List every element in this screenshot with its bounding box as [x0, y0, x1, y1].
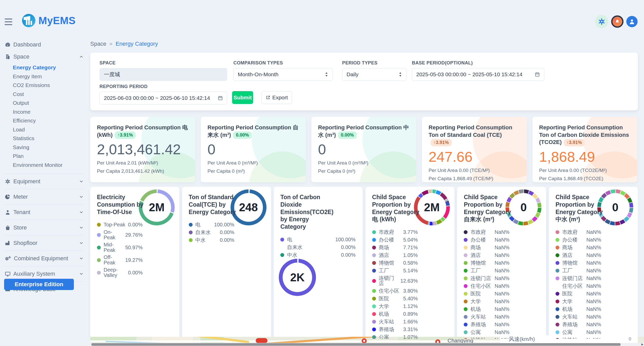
- legend-item[interactable]: 博物馆NaN%: [556, 260, 601, 266]
- sidebar-item-income[interactable]: Income: [0, 108, 90, 117]
- sidebar-item-space[interactable]: Space: [0, 51, 90, 63]
- legend-item[interactable]: 医院5.40%: [372, 296, 418, 302]
- legend-item[interactable]: 机场NaN%: [464, 306, 509, 312]
- legend-item[interactable]: 大学1.12%: [372, 303, 418, 309]
- legend-dot: [189, 230, 193, 234]
- legend-item[interactable]: 市政府NaN%: [464, 229, 509, 235]
- app-root: MyEMS Dashboard: [0, 0, 644, 346]
- legend-item[interactable]: 博物馆NaN%: [464, 260, 509, 266]
- sidebar-item-saving[interactable]: Saving: [0, 143, 90, 152]
- legend-item[interactable]: 机场0.89%: [372, 311, 418, 317]
- sidebar-item-tenant[interactable]: Tenant: [0, 206, 90, 218]
- legend-item[interactable]: 医院NaN%: [464, 291, 509, 297]
- legend-item[interactable]: On-Peak29.76%: [97, 229, 143, 240]
- legend-item[interactable]: 电100.00%: [280, 237, 355, 243]
- legend-item[interactable]: 中水0.00%: [189, 237, 234, 243]
- legend-item[interactable]: 博物馆0.58%: [372, 260, 418, 266]
- sidebar-item-environment-monitor[interactable]: Environment Monitor: [0, 161, 90, 170]
- sidebar-item-cost[interactable]: Cost: [0, 90, 90, 99]
- legend-item[interactable]: 工厂NaN%: [556, 268, 601, 274]
- legend-item[interactable]: 办公楼NaN%: [464, 237, 509, 243]
- sidebar-item-energy-category[interactable]: Energy Category: [0, 63, 90, 72]
- legend-item[interactable]: 自来水0.00%: [280, 244, 355, 250]
- legend-item[interactable]: 公寓NaN%: [556, 329, 601, 335]
- legend-item[interactable]: 火车站NaN%: [556, 314, 601, 320]
- sidebar-item-co2-emissions[interactable]: CO2 Emissions: [0, 81, 90, 90]
- brand-logo[interactable]: MyEMS: [22, 14, 76, 27]
- legend-item[interactable]: 连锁门店NaN%: [556, 275, 601, 281]
- legend-item[interactable]: 办公楼NaN%: [556, 237, 601, 243]
- breadcrumb-energy-category[interactable]: Energy Category: [116, 41, 158, 47]
- legend-item[interactable]: Off-Peak19.27%: [97, 255, 143, 265]
- legend-item[interactable]: 医院NaN%: [556, 291, 601, 297]
- legend-item[interactable]: 商场NaN%: [464, 245, 509, 251]
- sidebar-item-auxiliary-system[interactable]: Auxiliary System: [0, 268, 90, 280]
- sidebar-item-output[interactable]: Output: [0, 99, 90, 108]
- legend-item[interactable]: 大学NaN%: [464, 299, 509, 304]
- legend-item[interactable]: 住宅小区NaN%: [464, 283, 509, 289]
- base-period-input[interactable]: 2025-05-03 00:00:00 ~ 2025-05-10 15:42:1…: [412, 68, 544, 81]
- notifications-bell-icon[interactable]: [611, 15, 623, 28]
- horizontal-scrollbar[interactable]: ▶: [90, 343, 644, 346]
- settings-gear-icon[interactable]: [595, 15, 608, 28]
- legend-item[interactable]: 养殖场3.31%: [372, 326, 418, 332]
- legend-item[interactable]: 办公楼5.04%: [372, 237, 418, 243]
- sidebar-item-store[interactable]: Store: [0, 222, 90, 234]
- legend-item[interactable]: Top-Peak0.00%: [97, 222, 143, 228]
- legend-item[interactable]: 酒店NaN%: [464, 252, 509, 258]
- submit-button[interactable]: Submit: [232, 91, 253, 104]
- legend-item[interactable]: 商场7.71%: [372, 245, 418, 251]
- legend-label: 火车站: [470, 314, 486, 320]
- legend-item[interactable]: 养殖场NaN%: [464, 322, 509, 328]
- legend-item[interactable]: 公寓NaN%: [464, 329, 509, 335]
- scrollbar-thumb[interactable]: [91, 343, 621, 346]
- legend-item[interactable]: 大学NaN%: [556, 299, 601, 304]
- legend-item[interactable]: 火车站NaN%: [464, 314, 509, 320]
- sidebar-item-shopfloor[interactable]: Shopfloor: [0, 237, 90, 249]
- legend-item[interactable]: Deep-Valley0.00%: [97, 267, 143, 278]
- sidebar-item-load[interactable]: Load: [0, 125, 90, 134]
- legend-item[interactable]: Mid-Peak50.97%: [97, 242, 143, 253]
- legend-item[interactable]: 养殖场NaN%: [556, 322, 601, 328]
- legend-item[interactable]: 酒店NaN%: [556, 252, 601, 258]
- legend-item[interactable]: 酒店1.05%: [372, 252, 418, 258]
- export-button[interactable]: Export: [262, 91, 292, 104]
- comparison-types-select[interactable]: Month-On-Month: [233, 68, 333, 81]
- legend-item[interactable]: 地铁站NaN%: [464, 337, 509, 339]
- sidebar-item-dashboard[interactable]: Dashboard: [0, 39, 90, 51]
- legend-item[interactable]: 工厂NaN%: [464, 268, 509, 274]
- space-input[interactable]: [100, 68, 227, 81]
- legend-item[interactable]: 市政府NaN%: [556, 229, 601, 235]
- sidebar-item-efficiency[interactable]: Efficiency: [0, 116, 90, 125]
- sidebar-item-meter[interactable]: Meter: [0, 191, 90, 203]
- period-types-select[interactable]: Daily: [342, 68, 407, 81]
- legend-item[interactable]: 连锁门店NaN%: [464, 275, 509, 281]
- legend-item[interactable]: 商场NaN%: [556, 245, 601, 251]
- user-avatar[interactable]: [626, 16, 638, 27]
- hamburger-menu-icon[interactable]: [5, 18, 12, 25]
- legend-item[interactable]: 地铁站NaN%: [556, 337, 601, 339]
- legend-item[interactable]: 住宅小区NaN%: [556, 283, 601, 289]
- enterprise-edition-button[interactable]: Enterprise Edition: [4, 279, 74, 290]
- legend-item[interactable]: 工厂5.14%: [372, 268, 418, 274]
- legend-item[interactable]: 公寓1.07%: [372, 334, 418, 339]
- sidebar-item-statistics[interactable]: Statistics: [0, 134, 90, 143]
- breadcrumb-space[interactable]: Space: [90, 41, 106, 47]
- legend-item[interactable]: 电100.00%: [189, 222, 234, 228]
- scrollbar-arrow-icon[interactable]: ▶: [641, 343, 643, 346]
- sidebar-item-equipment[interactable]: Equipment: [0, 175, 90, 187]
- legend-item[interactable]: 机场NaN%: [556, 306, 601, 312]
- legend-item[interactable]: 连锁门店12.63%: [372, 275, 418, 286]
- legend-item[interactable]: 中水0.00%: [280, 252, 355, 258]
- legend-item[interactable]: 自来水0.00%: [189, 229, 234, 235]
- sidebar-item-combined-equipment[interactable]: Combined Equipment: [0, 252, 90, 264]
- legend-label: 工厂: [470, 268, 481, 273]
- donut-chart[interactable]: 2K: [279, 259, 316, 296]
- legend-item[interactable]: 市政府3.77%: [372, 229, 418, 235]
- reporting-period-input[interactable]: 2025-06-03 00:00:00 ~ 2025-06-10 15:42:1…: [100, 92, 227, 104]
- map-marker-icon[interactable]: [362, 338, 367, 343]
- legend-item[interactable]: 住宅小区3.80%: [372, 288, 418, 294]
- sidebar-item-energy-item[interactable]: Energy Item: [0, 72, 90, 81]
- legend-item[interactable]: 火车站1.66%: [372, 319, 418, 325]
- sidebar-item-plan[interactable]: Plan: [0, 152, 90, 161]
